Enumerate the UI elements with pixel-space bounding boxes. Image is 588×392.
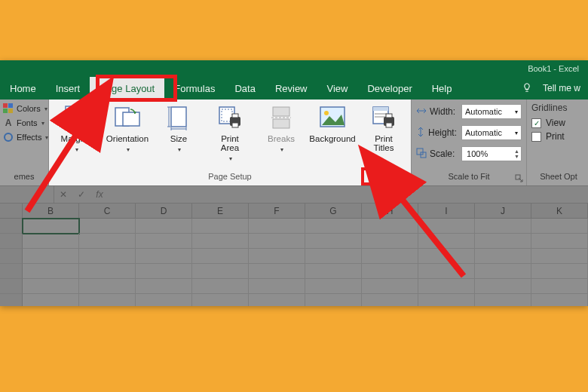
tab-insert[interactable]: Insert bbox=[46, 77, 90, 100]
cell[interactable] bbox=[192, 234, 249, 249]
fx-icon[interactable]: fx bbox=[90, 189, 109, 200]
breaks-button[interactable]: Breaks ▾ bbox=[259, 103, 304, 155]
cell[interactable] bbox=[362, 219, 418, 234]
cell[interactable] bbox=[305, 234, 362, 249]
cell[interactable] bbox=[418, 279, 475, 294]
height-combo[interactable]: Automatic ▾ bbox=[461, 125, 522, 140]
print-titles-button[interactable]: Print Titles bbox=[361, 103, 406, 154]
cell[interactable] bbox=[249, 279, 305, 294]
column-header[interactable]: I bbox=[418, 204, 475, 218]
page-setup-dialog-launcher[interactable] bbox=[399, 173, 409, 184]
cell[interactable] bbox=[362, 264, 418, 279]
cell[interactable] bbox=[249, 219, 305, 234]
print-area-button[interactable]: Print Area ▾ bbox=[203, 103, 257, 164]
row-header[interactable] bbox=[0, 219, 23, 234]
cell[interactable] bbox=[192, 279, 249, 294]
cell[interactable] bbox=[475, 249, 531, 264]
column-header[interactable]: D bbox=[136, 204, 192, 218]
cell[interactable] bbox=[79, 294, 136, 306]
tab-view[interactable]: View bbox=[317, 77, 358, 100]
cell[interactable] bbox=[362, 279, 418, 294]
cell[interactable] bbox=[23, 294, 79, 306]
column-header[interactable]: G bbox=[305, 204, 362, 218]
tell-me-label[interactable]: Tell me w bbox=[543, 83, 580, 93]
tab-data[interactable]: Data bbox=[225, 77, 265, 100]
cell[interactable] bbox=[79, 264, 136, 279]
cell[interactable] bbox=[475, 264, 531, 279]
cell[interactable] bbox=[531, 249, 588, 264]
formula-input[interactable] bbox=[109, 186, 588, 203]
cell[interactable] bbox=[418, 294, 475, 306]
cell[interactable] bbox=[136, 219, 192, 234]
cell[interactable] bbox=[531, 219, 588, 234]
cell[interactable] bbox=[192, 294, 249, 306]
cell[interactable] bbox=[23, 219, 79, 234]
cell[interactable] bbox=[79, 249, 136, 264]
cell[interactable] bbox=[531, 234, 588, 249]
cell[interactable] bbox=[531, 294, 588, 306]
background-button[interactable]: Background bbox=[305, 103, 360, 145]
cell[interactable] bbox=[192, 249, 249, 264]
tab-developer[interactable]: Developer bbox=[357, 77, 421, 100]
name-box[interactable] bbox=[0, 186, 54, 203]
cell[interactable] bbox=[192, 264, 249, 279]
cell[interactable] bbox=[192, 219, 249, 234]
row-header[interactable] bbox=[0, 294, 23, 306]
column-header[interactable]: J bbox=[475, 204, 531, 218]
cell[interactable] bbox=[418, 234, 475, 249]
tab-review[interactable]: Review bbox=[265, 77, 317, 100]
cell[interactable] bbox=[475, 219, 531, 234]
cell[interactable] bbox=[136, 264, 192, 279]
column-header[interactable]: E bbox=[192, 204, 249, 218]
cell[interactable] bbox=[531, 264, 588, 279]
row-header[interactable] bbox=[0, 234, 23, 249]
scale-spinner[interactable]: 100% ▲▼ bbox=[461, 146, 522, 161]
row-header[interactable] bbox=[0, 279, 23, 294]
cell[interactable] bbox=[305, 219, 362, 234]
cell[interactable] bbox=[305, 294, 362, 306]
gridlines-print-checkbox[interactable]: Print bbox=[531, 131, 586, 142]
orientation-button[interactable]: Orientation ▾ bbox=[100, 103, 155, 155]
cell[interactable] bbox=[362, 234, 418, 249]
column-header[interactable]: H bbox=[362, 204, 418, 218]
cell[interactable] bbox=[475, 294, 531, 306]
cell[interactable] bbox=[418, 219, 475, 234]
cell[interactable] bbox=[79, 234, 136, 249]
column-header[interactable]: C bbox=[79, 204, 136, 218]
tab-home[interactable]: Home bbox=[0, 77, 46, 100]
cell[interactable] bbox=[305, 264, 362, 279]
cell[interactable] bbox=[362, 249, 418, 264]
column-header[interactable]: K bbox=[531, 204, 588, 218]
effects-button[interactable]: Effects▾ bbox=[2, 131, 47, 143]
cell[interactable] bbox=[23, 234, 79, 249]
enter-icon[interactable]: ✓ bbox=[72, 189, 90, 200]
cell[interactable] bbox=[136, 279, 192, 294]
width-combo[interactable]: Automatic ▾ bbox=[461, 104, 522, 119]
cell[interactable] bbox=[136, 294, 192, 306]
gridlines-view-checkbox[interactable]: ✓ View bbox=[531, 118, 586, 128]
column-header[interactable]: F bbox=[249, 204, 305, 218]
cell[interactable] bbox=[79, 219, 136, 234]
tab-help[interactable]: Help bbox=[422, 77, 462, 100]
cell[interactable] bbox=[23, 249, 79, 264]
cell[interactable] bbox=[418, 264, 475, 279]
fonts-button[interactable]: A Fonts▾ bbox=[2, 117, 47, 129]
cell[interactable] bbox=[531, 279, 588, 294]
cell[interactable] bbox=[23, 264, 79, 279]
cell[interactable] bbox=[249, 294, 305, 306]
column-header[interactable]: B bbox=[23, 204, 79, 218]
worksheet-grid[interactable]: B C D E F G H I J K bbox=[0, 204, 588, 306]
cell[interactable] bbox=[475, 234, 531, 249]
cell[interactable] bbox=[136, 249, 192, 264]
cell[interactable] bbox=[362, 294, 418, 306]
cell[interactable] bbox=[418, 249, 475, 264]
cancel-icon[interactable]: ✕ bbox=[54, 189, 72, 200]
row-header[interactable] bbox=[0, 264, 23, 279]
tab-formulas[interactable]: Formulas bbox=[164, 77, 225, 100]
cell[interactable] bbox=[305, 249, 362, 264]
cell[interactable] bbox=[249, 234, 305, 249]
row-header[interactable] bbox=[0, 249, 23, 264]
size-button[interactable]: Size ▾ bbox=[156, 103, 201, 155]
cell[interactable] bbox=[136, 234, 192, 249]
cell[interactable] bbox=[475, 279, 531, 294]
